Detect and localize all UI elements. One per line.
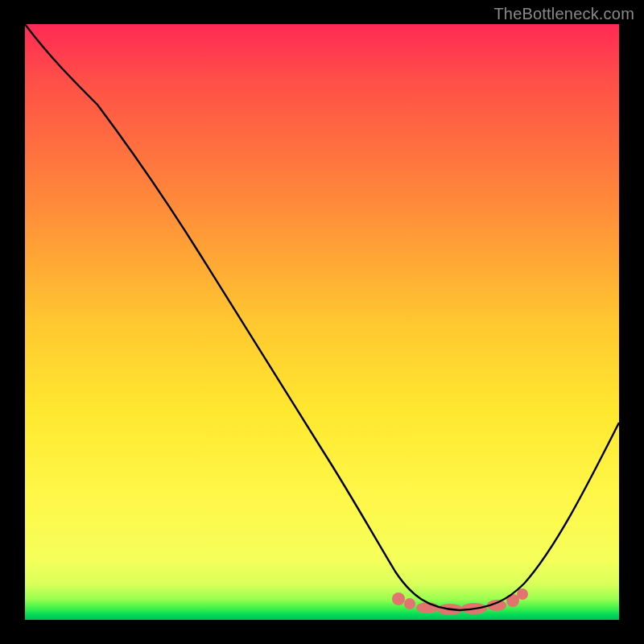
svg-point-0	[392, 592, 405, 605]
svg-point-2	[416, 602, 439, 613]
curve-svg	[25, 24, 619, 620]
svg-point-1	[404, 598, 415, 609]
plot-area	[25, 24, 619, 620]
svg-point-7	[517, 588, 528, 600]
watermark-text: TheBottleneck.com	[493, 5, 634, 23]
chart-frame: TheBottleneck.com	[0, 0, 644, 644]
bottleneck-curve	[25, 24, 619, 610]
